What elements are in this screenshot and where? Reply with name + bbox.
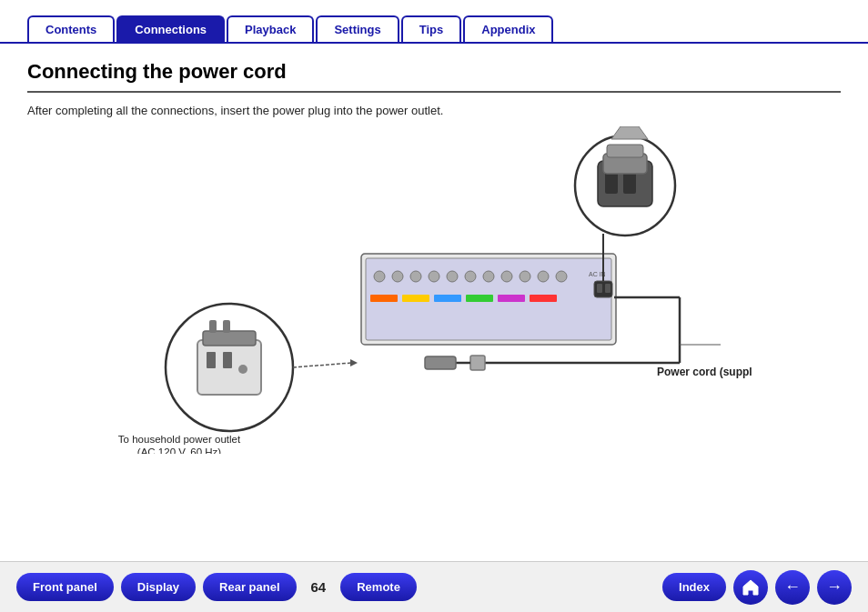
- svg-line-47: [293, 363, 352, 367]
- forward-button[interactable]: →: [817, 570, 852, 605]
- page-number: 64: [311, 579, 327, 595]
- home-button[interactable]: [733, 570, 768, 605]
- remote-button[interactable]: Remote: [340, 573, 417, 601]
- mid-nav-buttons: Remote: [340, 573, 417, 601]
- svg-point-14: [483, 271, 494, 282]
- tab-tips[interactable]: Tips: [401, 15, 462, 42]
- display-button[interactable]: Display: [121, 573, 196, 601]
- bottom-nav: Front panel Display Rear panel 64 Remote…: [0, 561, 868, 612]
- svg-rect-46: [223, 320, 230, 333]
- svg-rect-3: [402, 295, 429, 302]
- svg-point-18: [556, 271, 567, 282]
- svg-rect-45: [209, 320, 217, 333]
- tab-playback[interactable]: Playback: [227, 15, 314, 42]
- right-nav-buttons: Index ← →: [662, 570, 852, 605]
- svg-rect-5: [466, 295, 493, 302]
- svg-point-10: [410, 271, 421, 282]
- index-button[interactable]: Index: [662, 573, 726, 601]
- svg-rect-7: [530, 295, 557, 302]
- svg-point-17: [538, 271, 549, 282]
- front-panel-button[interactable]: Front panel: [16, 573, 114, 601]
- svg-point-15: [501, 271, 512, 282]
- svg-point-12: [447, 271, 458, 282]
- power-cord-diagram: AC IN Po: [116, 126, 752, 454]
- svg-rect-22: [605, 284, 611, 293]
- svg-marker-29: [611, 126, 648, 139]
- svg-rect-6: [498, 295, 525, 302]
- page-subtitle: After completing all the connections, in…: [27, 104, 841, 117]
- svg-point-13: [465, 271, 476, 282]
- main-content: Connecting the power cord After completi…: [0, 44, 868, 472]
- svg-point-8: [374, 271, 385, 282]
- rear-panel-button[interactable]: Rear panel: [203, 573, 296, 601]
- svg-rect-4: [434, 295, 461, 302]
- svg-rect-36: [425, 356, 456, 369]
- svg-text:(AC 120 V, 60 Hz): (AC 120 V, 60 Hz): [137, 446, 221, 454]
- tab-settings[interactable]: Settings: [316, 15, 399, 42]
- tab-contents[interactable]: Contents: [27, 15, 115, 42]
- svg-marker-51: [743, 580, 758, 595]
- svg-rect-34: [470, 356, 485, 370]
- tab-appendix[interactable]: Appendix: [463, 15, 553, 42]
- svg-rect-42: [223, 352, 232, 368]
- svg-rect-44: [203, 331, 256, 346]
- page-title: Connecting the power cord: [27, 60, 841, 93]
- svg-rect-2: [370, 295, 398, 302]
- svg-point-9: [392, 271, 403, 282]
- svg-point-43: [238, 365, 247, 374]
- svg-rect-41: [207, 352, 216, 368]
- tab-connections[interactable]: Connections: [116, 15, 225, 42]
- back-button[interactable]: ←: [775, 570, 810, 605]
- svg-point-11: [429, 271, 439, 282]
- diagram-area: AC IN Po: [27, 126, 841, 472]
- left-nav-buttons: Front panel Display Rear panel: [16, 573, 297, 601]
- svg-rect-28: [607, 145, 643, 157]
- svg-marker-48: [350, 359, 358, 366]
- svg-point-16: [520, 271, 530, 282]
- svg-text:To household power outlet: To household power outlet: [118, 434, 241, 445]
- svg-rect-21: [597, 284, 602, 293]
- svg-text:Power cord (supplied): Power cord (supplied): [657, 366, 752, 378]
- nav-tabs: Contents Connections Playback Settings T…: [0, 0, 868, 44]
